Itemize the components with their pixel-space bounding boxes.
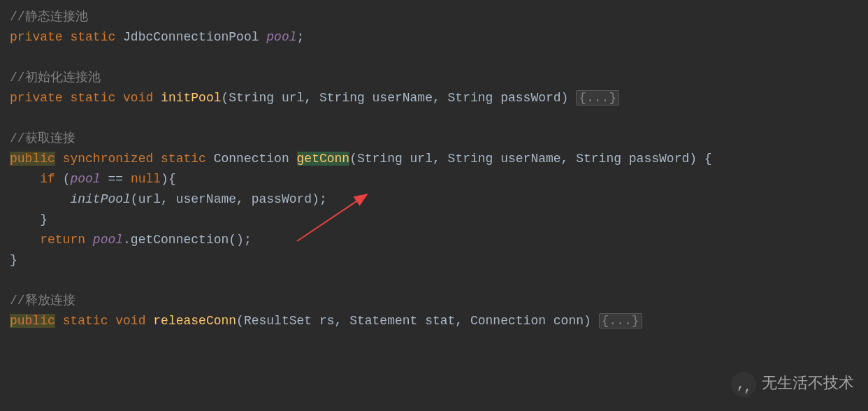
folded-code-icon[interactable]: {...} <box>599 313 642 329</box>
blank-line <box>10 271 868 291</box>
code-line: private static void initPool(String url,… <box>10 88 868 108</box>
code-comment: //获取连接 <box>10 129 868 149</box>
code-comment: //释放连接 <box>10 291 868 311</box>
code-line: } <box>10 250 868 271</box>
watermark: 无生活不技术 <box>731 372 854 397</box>
blank-line <box>10 108 868 129</box>
code-line: private static JdbcConnectionPool pool; <box>10 27 868 48</box>
code-line: public synchronized static Connection ge… <box>10 149 868 169</box>
code-line: } <box>10 210 868 230</box>
code-comment: //初始化连接池 <box>10 68 868 88</box>
watermark-text: 无生活不技术 <box>762 372 854 396</box>
code-line: if (pool == null){ <box>10 169 868 189</box>
code-comment: //静态连接池 <box>10 7 868 27</box>
folded-code-icon[interactable]: {...} <box>576 90 619 106</box>
code-line: public static void releaseConn(ResultSet… <box>10 311 868 331</box>
blank-line <box>10 48 868 68</box>
code-editor[interactable]: //静态连接池 private static JdbcConnectionPoo… <box>10 7 868 331</box>
code-line: initPool(url, userName, passWord); <box>10 189 868 210</box>
code-line: return pool.getConnection(); <box>10 230 868 250</box>
wechat-icon <box>731 372 756 397</box>
